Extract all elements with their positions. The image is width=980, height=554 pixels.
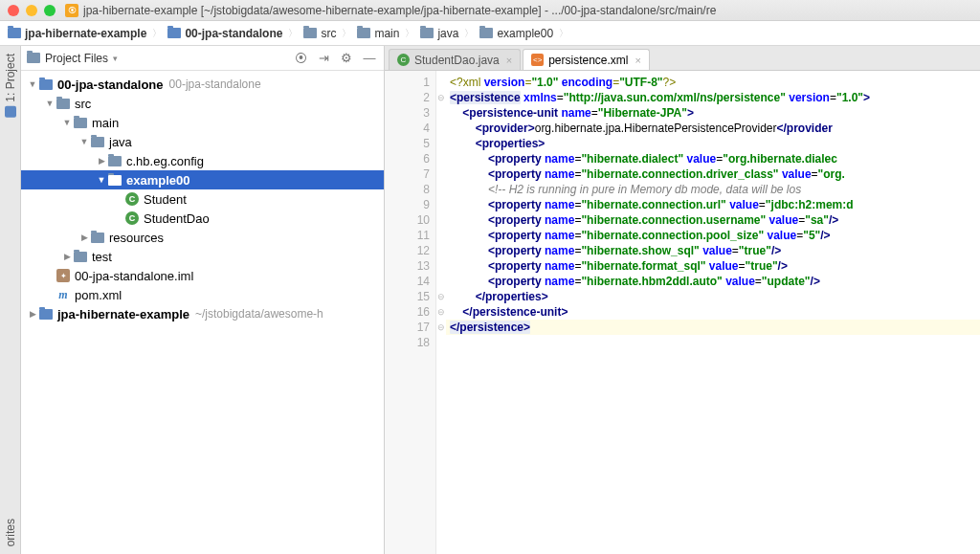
code-line[interactable]: <property name="hibernate.hbm2ddl.auto" … [446,274,980,289]
tree-arrow-icon[interactable]: ▶ [27,309,38,319]
scroll-from-source-button[interactable]: ⦿ [292,50,309,67]
close-tab-icon[interactable]: × [506,55,512,66]
tab-label: StudentDao.java [414,54,500,67]
breadcrumb-item[interactable]: java [418,27,460,40]
tree-arrow-icon[interactable]: ▼ [96,175,107,185]
fold-toggle [436,151,446,166]
code-line[interactable]: </persistence> [446,320,980,335]
code-line[interactable]: <property name="hibernate.format_sql" va… [446,258,980,274]
project-tree[interactable]: ▼00-jpa-standalone00-jpa-standalone▼src▼… [21,71,384,554]
code-line[interactable]: <property name="hibernate.dialect" value… [446,151,980,166]
tree-row[interactable]: CStudentDao [21,209,384,228]
editor-tab[interactable]: CStudentDao.java× [389,49,521,70]
code-line[interactable]: <persistence-unit name="Hibernate-JPA"> [446,105,980,121]
folder-icon [56,99,70,109]
tree-row[interactable]: ▼java [21,132,384,151]
tree-row[interactable]: ▼example00 [21,170,384,189]
tree-row[interactable]: ✦00-jpa-standalone.iml [21,266,384,285]
line-number[interactable]: 15 [385,289,430,304]
tree-row[interactable]: ▶test [21,247,384,266]
tree-arrow-icon[interactable]: ▼ [78,137,90,146]
zoom-window-button[interactable] [44,5,56,16]
tree-arrow-icon[interactable]: ▼ [61,118,73,127]
tree-arrow-icon[interactable]: ▶ [78,233,90,242]
code-line[interactable]: <?xml version="1.0" encoding="UTF-8"?> [446,75,980,90]
tree-row[interactable]: ▼main [21,113,384,132]
line-number[interactable]: 12 [385,243,430,258]
minimize-window-button[interactable] [26,5,37,16]
breadcrumb-item[interactable]: 00-jpa-standalone [166,27,284,40]
window-controls [8,5,56,16]
code-line[interactable]: <property name="hibernate.connection.dri… [446,166,980,182]
breadcrumb-item[interactable]: example00 [478,27,555,40]
code-line[interactable]: <persistence xmlns="http://java.sun.com/… [446,90,980,105]
tree-label: main [92,116,119,130]
project-tool-tab[interactable]: 1: Project [2,46,19,125]
close-window-button[interactable] [8,5,19,16]
breadcrumb-sep: 〉 [405,27,414,40]
line-number[interactable]: 9 [385,197,430,212]
tree-row[interactable]: ▶jpa-hibernate-example~/jstobigdata/awes… [21,304,384,323]
breadcrumb-item[interactable]: src [301,27,338,40]
fold-toggle [436,258,446,274]
line-number[interactable]: 2 [385,90,430,105]
fold-gutter[interactable]: ⊖⊖⊖⊖ [436,71,446,554]
favorites-tool-tab[interactable]: orites [2,511,19,554]
hide-button[interactable]: — [361,50,378,67]
fold-toggle[interactable]: ⊖ [436,304,446,320]
line-number[interactable]: 8 [385,182,430,197]
tree-row[interactable]: ▶resources [21,228,384,247]
close-tab-icon[interactable]: × [635,55,641,66]
line-number[interactable]: 11 [385,228,430,243]
editor-tab[interactable]: <>persistence.xml× [523,49,650,70]
tree-arrow-icon[interactable]: ▶ [96,156,107,166]
tree-row[interactable]: ▶c.hb.eg.config [21,151,384,170]
code-editor[interactable]: 123456789101112131415161718 ⊖⊖⊖⊖ <?xml v… [385,71,980,554]
tree-row[interactable]: mpom.xml [21,285,384,304]
line-number[interactable]: 7 [385,166,430,182]
folder-icon [74,252,87,262]
tree-arrow-icon[interactable]: ▼ [44,99,56,108]
breadcrumb-item[interactable]: jpa-hibernate-example [6,27,148,40]
line-gutter[interactable]: 123456789101112131415161718 [385,71,436,554]
settings-gear-icon[interactable]: ⚙ [338,50,355,67]
code-line[interactable]: <provider>org.hibernate.jpa.HibernatePer… [446,121,980,136]
collapse-all-button[interactable]: ⇥ [315,50,332,67]
fold-toggle [436,228,446,243]
tree-arrow-icon[interactable]: ▶ [61,252,73,261]
fold-toggle[interactable]: ⊖ [436,289,446,304]
breadcrumb-sep: 〉 [288,27,298,40]
line-number[interactable]: 18 [385,335,430,350]
code-line[interactable]: </properties> [446,289,980,304]
fold-toggle[interactable]: ⊖ [436,90,446,105]
line-number[interactable]: 1 [385,75,430,90]
line-number[interactable]: 6 [385,151,430,166]
code-line[interactable]: </persistence-unit> [446,304,980,320]
breadcrumb[interactable]: jpa-hibernate-example〉00-jpa-standalone〉… [0,21,980,46]
tree-row[interactable]: ▼src [21,94,384,113]
tree-row[interactable]: CStudent [21,189,384,209]
code-line[interactable]: <property name="hibernate.connection.use… [446,212,980,228]
line-number[interactable]: 3 [385,105,430,121]
code-line[interactable]: <property name="hibernate.show_sql" valu… [446,243,980,258]
code-line[interactable]: <!-- H2 is running in pure in Memory db … [446,182,980,197]
code-line[interactable]: <property name="hibernate.connection.url… [446,197,980,212]
line-number[interactable]: 4 [385,121,430,136]
code-line[interactable]: <properties> [446,136,980,151]
line-number[interactable]: 14 [385,274,430,289]
code-body[interactable]: <?xml version="1.0" encoding="UTF-8"?><p… [446,71,980,554]
line-number[interactable]: 13 [385,258,430,274]
line-number[interactable]: 10 [385,212,430,228]
code-line[interactable]: <property name="hibernate.connection.poo… [446,228,980,243]
line-number[interactable]: 16 [385,304,430,320]
sidebar-view-selector[interactable]: Project Files ▾ [27,52,118,65]
line-number[interactable]: 5 [385,136,430,151]
breadcrumb-item[interactable]: main [355,27,401,40]
tree-arrow-icon[interactable]: ▼ [27,79,38,89]
line-number[interactable]: 17 [385,320,430,335]
breadcrumb-label: example00 [497,27,553,40]
tree-row[interactable]: ▼00-jpa-standalone00-jpa-standalone [21,75,384,94]
fold-toggle[interactable]: ⊖ [436,320,446,335]
code-line[interactable] [446,335,980,350]
iml-icon: ✦ [56,269,70,282]
